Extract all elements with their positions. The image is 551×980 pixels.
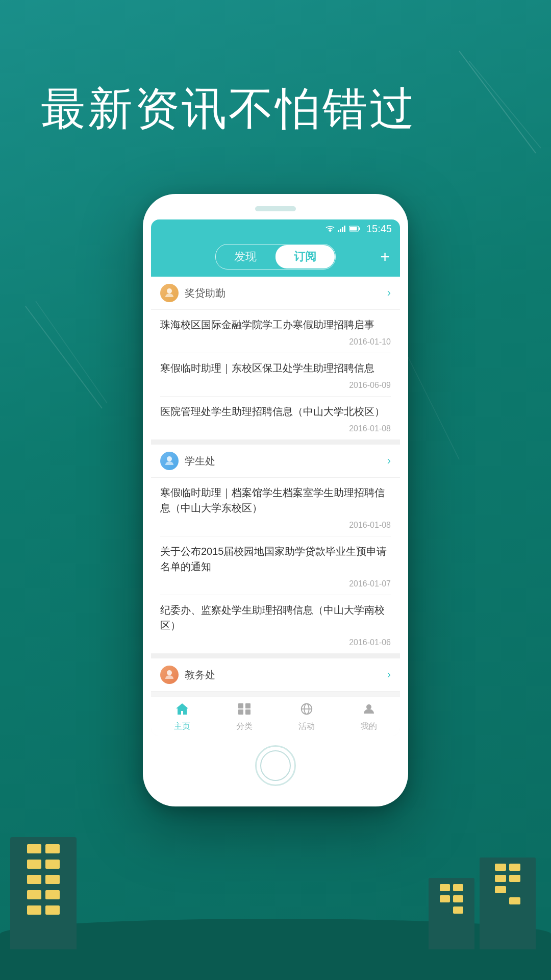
svg-rect-11 [349,227,357,231]
section-header-xueshengchu[interactable]: 学生处 › [151,445,400,478]
svg-rect-7 [340,229,341,232]
home-button[interactable] [255,745,296,786]
chevron-xueshengchu: › [387,454,391,468]
nav-activity-label: 活动 [298,721,315,732]
section-xueshengchu: 学生处 › 寒假临时助理｜档案馆学生档案室学生助理招聘信息（中山大学东校区） 2… [151,445,400,653]
section-header-jiangzhu[interactable]: 奖贷助勤 › [151,277,400,310]
chevron-jiaowuchu: › [387,668,391,681]
phone-outer: 15:45 发现 订阅 + [143,194,408,806]
section-jiaowuchu: 教务处 › [151,658,400,692]
tab-group: 发现 订阅 [215,244,336,270]
news-item-1-1[interactable]: 珠海校区国际金融学院学工办寒假助理招聘启事 [151,310,400,334]
category-icon [237,702,252,720]
phone-speaker [255,206,296,211]
news-title-1-2: 寒假临时助理｜东校区保卫处学生助理招聘信息 [160,360,391,376]
news-title-2-3: 纪委办、监察处学生助理招聘信息（中山大学南校区） [160,602,391,633]
bottom-nav: 主页 分类 [151,697,400,736]
nav-activity[interactable]: 活动 [276,697,338,736]
status-icons [325,225,360,232]
news-title-2-1: 寒假临时助理｜档案馆学生档案室学生助理招聘信息（中山大学东校区） [160,485,391,516]
news-item-2-3[interactable]: 纪委办、监察处学生助理招聘信息（中山大学南校区） [151,595,400,635]
news-title-1-3: 医院管理处学生助理招聘信息（中山大学北校区） [160,404,391,419]
add-button[interactable]: + [380,249,390,265]
section-name-jiangzhu: 奖贷助勤 [185,286,387,300]
avatar-xueshengchu [160,452,179,470]
svg-rect-12 [359,228,360,230]
nav-category-label: 分类 [236,721,253,732]
city-left-decoration [10,837,77,949]
nav-profile[interactable]: 我的 [338,697,400,736]
section-header-jiaowuchu[interactable]: 教务处 › [151,658,400,692]
home-icon [175,702,189,720]
battery-icon [349,226,360,232]
nav-home-label: 主页 [174,721,190,732]
news-date-1-2: 2016-06-09 [151,378,400,396]
svg-rect-18 [238,709,243,715]
news-date-1-3: 2016-01-08 [151,421,400,439]
avatar-jiaowuchu [160,666,179,684]
svg-rect-9 [344,226,345,232]
svg-rect-6 [338,230,339,232]
news-item-1-2[interactable]: 寒假临时助理｜东校区保卫处学生助理招聘信息 [151,353,400,378]
news-item-2-1[interactable]: 寒假临时助理｜档案馆学生档案室学生助理招聘信息（中山大学东校区） [151,478,400,518]
phone-screen: 15:45 发现 订阅 + [151,219,400,736]
svg-rect-19 [245,709,251,715]
svg-line-4 [408,357,459,459]
content-area: 奖贷助勤 › 珠海校区国际金融学院学工办寒假助理招聘启事 2016-01-10 … [151,277,400,692]
nav-home[interactable]: 主页 [151,697,213,736]
svg-line-1 [469,61,541,148]
hero-title: 最新资讯不怕错过 [41,82,416,136]
nav-category[interactable]: 分类 [213,697,276,736]
news-date-2-2: 2016-01-07 [151,576,400,595]
section-jiangzhu: 奖贷助勤 › 珠海校区国际金融学院学工办寒假助理招聘启事 2016-01-10 … [151,277,400,439]
svg-line-0 [459,51,536,153]
app-header: 发现 订阅 + [151,238,400,277]
nav-profile-label: 我的 [361,721,377,732]
tab-discover[interactable]: 发现 [216,244,275,269]
svg-rect-17 [245,703,251,708]
news-item-1-3[interactable]: 医院管理处学生助理招聘信息（中山大学北校区） [151,397,400,421]
status-bar: 15:45 [151,219,400,238]
signal-icon [338,225,346,232]
tab-subscribe[interactable]: 订阅 [276,245,335,268]
profile-icon [362,702,375,720]
news-item-2-2[interactable]: 关于公布2015届校园地国家助学贷款毕业生预申请名单的通知 [151,536,400,576]
wifi-icon [325,225,335,232]
svg-point-14 [167,456,172,461]
activity-icon [299,702,314,720]
home-button-inner [260,750,291,781]
news-title-1-1: 珠海校区国际金融学院学工办寒假助理招聘启事 [160,317,391,332]
phone-mockup: 15:45 发现 订阅 + [143,194,408,806]
section-name-xueshengchu: 学生处 [185,454,387,468]
news-date-2-3: 2016-01-06 [151,635,400,653]
svg-marker-5 [329,229,332,232]
svg-rect-16 [238,703,243,708]
news-title-2-2: 关于公布2015届校园地国家助学贷款毕业生预申请名单的通知 [160,544,391,574]
svg-point-15 [167,670,172,675]
svg-line-2 [26,306,102,408]
news-date-2-1: 2016-01-08 [151,518,400,536]
svg-line-3 [36,301,107,403]
status-time: 15:45 [366,223,392,235]
svg-point-23 [366,704,371,709]
svg-point-13 [167,288,172,293]
chevron-jiangzhu: › [387,286,391,300]
svg-rect-8 [342,227,343,232]
news-date-1-1: 2016-01-10 [151,334,400,353]
avatar-jiangzhu [160,284,179,302]
city-right-decoration [429,857,536,949]
section-name-jiaowuchu: 教务处 [185,668,387,682]
